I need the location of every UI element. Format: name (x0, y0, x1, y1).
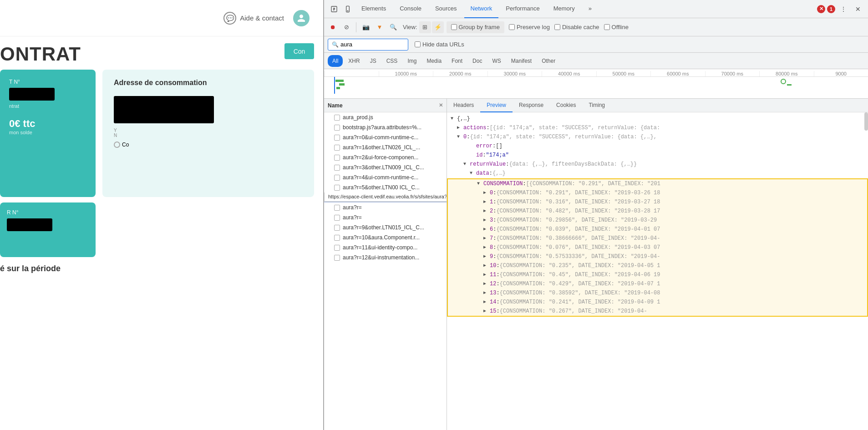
json-expand-returnValue[interactable] (463, 160, 470, 168)
list-item[interactable]: aura?r=0&ui-comm-runtime-c... (324, 132, 447, 142)
json-expand-c9[interactable] (483, 253, 490, 261)
json-expand-c11[interactable] (483, 271, 490, 279)
list-item[interactable]: aura?r=11&ui-identity-compo... (324, 243, 447, 253)
more-icon[interactable]: ⋮ (837, 3, 850, 15)
tab-cookies[interactable]: Cookies (550, 99, 582, 112)
json-expand-c2[interactable] (483, 207, 490, 215)
item-checkbox[interactable] (334, 185, 340, 191)
filter-tab-css[interactable]: CSS (382, 55, 402, 67)
view-grid-button[interactable]: ⊞ (419, 21, 431, 33)
filter-tab-other[interactable]: Other (537, 55, 560, 67)
tab-sources[interactable]: Sources (429, 0, 463, 18)
list-item[interactable]: aura?r=12&ui-instrumentation... (324, 253, 447, 263)
item-checkbox[interactable] (334, 215, 340, 221)
disable-cache-checkbox[interactable] (554, 24, 560, 30)
tab-network[interactable]: Network (464, 0, 499, 18)
filter-icon[interactable]: ▼ (374, 21, 386, 33)
user-avatar[interactable] (293, 10, 310, 26)
search-button[interactable]: 🔍 (387, 21, 399, 33)
record-button[interactable]: ⏺ (327, 21, 339, 33)
tab-timing[interactable]: Timing (582, 99, 611, 112)
item-checkbox[interactable] (334, 255, 340, 261)
inspect-icon[interactable] (328, 3, 340, 15)
json-expand-c0[interactable] (483, 189, 490, 197)
item-checkbox[interactable] (334, 145, 340, 151)
tab-headers[interactable]: Headers (447, 99, 480, 112)
tab-preview[interactable]: Preview (480, 99, 513, 112)
hide-data-urls-checkbox[interactable] (415, 41, 421, 47)
search-input[interactable] (340, 41, 404, 48)
close-panel-btn[interactable]: ✕ (439, 102, 443, 108)
filter-tab-manifest[interactable]: Manifest (507, 55, 536, 67)
filter-tab-img[interactable]: Img (403, 55, 421, 67)
disable-cache-label[interactable]: Disable cache (554, 24, 599, 30)
item-checkbox[interactable] (334, 245, 340, 251)
json-expand-0[interactable] (457, 133, 463, 141)
item-checkbox[interactable] (334, 125, 340, 131)
item-checkbox[interactable] (334, 165, 340, 171)
item-checkbox[interactable] (334, 205, 340, 211)
list-item[interactable]: aura?r= (324, 212, 447, 223)
radio-btn[interactable] (114, 142, 120, 148)
json-expand-consommation[interactable] (477, 180, 483, 188)
filter-tab-ws[interactable]: WS (487, 55, 505, 67)
json-expand-data[interactable] (470, 169, 476, 177)
camera-button[interactable]: 📷 (360, 21, 372, 33)
device-icon[interactable] (341, 3, 354, 15)
filter-tab-js[interactable]: JS (365, 55, 381, 67)
json-expand-c6[interactable] (483, 225, 490, 233)
filter-search-box[interactable]: 🔍 (328, 39, 408, 51)
json-expand-actions[interactable] (457, 124, 463, 132)
tab-performance[interactable]: Performance (499, 0, 546, 18)
con-button[interactable]: Con (284, 43, 314, 59)
list-item[interactable]: bootstrap.js?aura.attributes=%... (324, 122, 447, 132)
list-item[interactable]: aura?r=1&other.LTN026_ICL_... (324, 142, 447, 152)
tab-console[interactable]: Console (393, 0, 428, 18)
json-expand-c7[interactable] (483, 234, 490, 243)
tab-memory[interactable]: Memory (547, 0, 581, 18)
item-checkbox[interactable] (334, 235, 340, 241)
filter-tab-doc[interactable]: Doc (468, 55, 487, 67)
preview-scrollbar[interactable] (864, 112, 868, 131)
aide-contact-link[interactable]: 💬 Aide & contact (223, 12, 284, 25)
preserve-log-label[interactable]: Preserve log (509, 24, 550, 30)
preserve-log-checkbox[interactable] (509, 24, 515, 30)
tab-response[interactable]: Response (513, 99, 550, 112)
json-expand-c10[interactable] (483, 262, 490, 270)
item-checkbox[interactable] (334, 175, 340, 181)
list-item[interactable]: aura?r=3&other.LTN009_ICL_C... (324, 162, 447, 172)
json-expand-c12[interactable] (483, 280, 490, 288)
view-flame-button[interactable]: ⚡ (432, 21, 444, 33)
clear-button[interactable]: ⊘ (340, 21, 352, 33)
list-item-selected[interactable]: aura?r=6&other.LTN015_ICL_C... https://e… (324, 192, 447, 202)
list-item[interactable]: aura_prod.js (324, 112, 447, 122)
list-item[interactable]: aura?r=2&ui-force-componen... (324, 152, 447, 162)
json-expand-root[interactable] (451, 115, 457, 123)
json-expand-c8[interactable] (483, 243, 490, 252)
filter-tab-xhr[interactable]: XHR (344, 55, 364, 67)
filter-tab-font[interactable]: Font (447, 55, 467, 67)
close-devtools-button[interactable]: ✕ (852, 3, 864, 15)
tab-expand[interactable]: » (582, 0, 598, 18)
json-expand-c13[interactable] (483, 289, 490, 297)
json-expand-c3[interactable] (483, 216, 490, 224)
offline-checkbox[interactable] (604, 24, 610, 30)
json-expand-c1[interactable] (483, 198, 490, 206)
json-expand-c15[interactable] (483, 307, 490, 315)
filter-tab-media[interactable]: Media (422, 55, 446, 67)
list-item[interactable]: aura?r=9&other.LTN015_ICL_C... (324, 223, 447, 233)
item-checkbox[interactable] (334, 225, 340, 231)
group-by-frame-checkbox[interactable] (451, 24, 457, 30)
item-checkbox[interactable] (334, 155, 340, 161)
item-checkbox[interactable] (334, 135, 340, 141)
hide-data-urls-label[interactable]: Hide data URLs (415, 41, 464, 48)
tab-elements[interactable]: Elements (355, 0, 392, 18)
list-item[interactable]: aura?r=4&ui-comm-runtime-c... (324, 172, 447, 182)
list-item[interactable]: aura?r=10&aura.Component.r... (324, 233, 447, 243)
item-checkbox[interactable] (334, 115, 340, 121)
filter-tab-all[interactable]: All (328, 55, 343, 67)
json-expand-c14[interactable] (483, 298, 490, 306)
list-item[interactable]: aura?r= (324, 202, 447, 212)
list-item[interactable]: aura?r=5&other.LTN00 ICL_C... (324, 182, 447, 192)
group-by-frame-button[interactable]: Group by frame (447, 21, 504, 33)
